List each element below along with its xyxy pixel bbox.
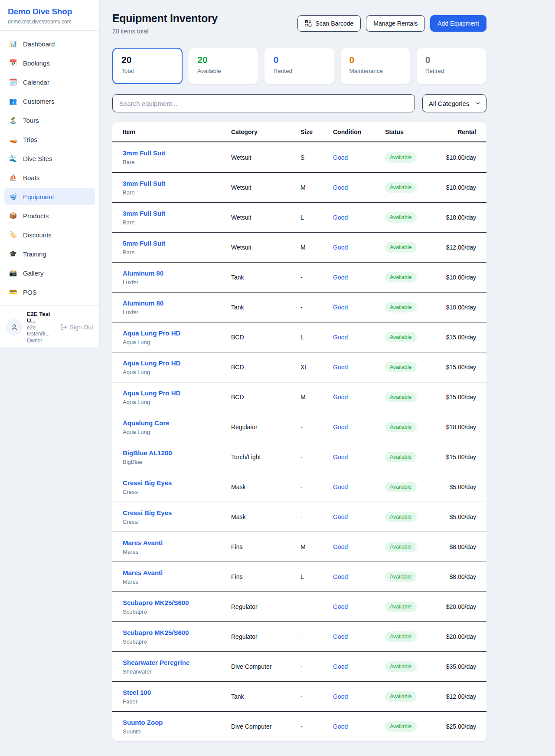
- search-input[interactable]: [112, 94, 415, 112]
- stat-value: 0: [425, 55, 477, 65]
- status-badge: Available: [385, 272, 417, 283]
- user-email: e2e-tester@...: [27, 325, 56, 337]
- item-name-link[interactable]: Cressi Big Eyes: [123, 509, 172, 516]
- table-row: Cressi Big Eyes Cressi Mask - Good Avail…: [112, 472, 486, 502]
- column-header-condition: Condition: [333, 128, 385, 135]
- item-name-link[interactable]: Cressi Big Eyes: [123, 479, 172, 486]
- manage-rentals-label: Manage Rentals: [373, 20, 418, 27]
- condition-link[interactable]: Good: [333, 304, 348, 311]
- item-category: Wetsuit: [231, 154, 300, 161]
- item-name-link[interactable]: Mares Avanti: [123, 569, 163, 576]
- item-name-link[interactable]: Aluminum 80: [123, 270, 163, 277]
- sidebar-item-pos[interactable]: 💳 POS: [4, 283, 95, 301]
- item-size: L: [300, 334, 333, 341]
- condition-link[interactable]: Good: [333, 543, 348, 550]
- stat-card-maintenance[interactable]: 0 Maintenance: [340, 48, 411, 84]
- item-name-link[interactable]: Scubapro MK25/S600: [123, 629, 189, 636]
- item-name-link[interactable]: Scubapro MK25/S600: [123, 599, 189, 606]
- sidebar-item-label: Training: [23, 250, 46, 258]
- item-name-link[interactable]: Steel 100: [123, 689, 151, 696]
- item-rental: $15.00/day: [439, 364, 476, 371]
- condition-link[interactable]: Good: [333, 244, 348, 251]
- status-badge: Available: [385, 212, 417, 223]
- sidebar-item-customers[interactable]: 👥 Customers: [4, 92, 95, 110]
- status-badge: Available: [385, 332, 417, 342]
- item-name-link[interactable]: Aqua Lung Pro HD: [123, 389, 180, 397]
- item-name-link[interactable]: 5mm Full Suit: [123, 240, 165, 247]
- item-size: -: [300, 633, 333, 640]
- item-name-link[interactable]: 3mm Full Suit: [123, 180, 165, 187]
- manage-rentals-button[interactable]: Manage Rentals: [366, 15, 425, 32]
- header-actions: Scan Barcode Manage Rentals Add Equipmen…: [297, 15, 486, 32]
- condition-link[interactable]: Good: [333, 723, 348, 730]
- condition-link[interactable]: Good: [333, 573, 348, 580]
- table-row: Scubapro MK25/S600 Scubapro Regulator - …: [112, 621, 486, 651]
- sidebar-item-tours[interactable]: 🏝️ Tours: [4, 112, 95, 129]
- stat-value: 0: [273, 55, 325, 65]
- stat-card-available[interactable]: 20 Available: [188, 48, 258, 84]
- sidebar-item-bookings[interactable]: 📅 Bookings: [4, 54, 95, 72]
- condition-link[interactable]: Good: [333, 424, 348, 431]
- item-category: Regulator: [231, 424, 300, 431]
- chevron-down-icon: [475, 101, 481, 106]
- table-row: 3mm Full Suit Bare Wetsuit S Good Availa…: [112, 142, 486, 172]
- sidebar-item-training[interactable]: 🎓 Training: [4, 245, 95, 263]
- item-name-link[interactable]: 3mm Full Suit: [123, 210, 165, 217]
- condition-link[interactable]: Good: [333, 184, 348, 191]
- condition-link[interactable]: Good: [333, 633, 348, 640]
- sign-out-button[interactable]: Sign Out: [60, 324, 93, 331]
- sidebar-item-label: POS: [23, 289, 37, 296]
- item-name-link[interactable]: Aluminum 80: [123, 299, 163, 307]
- status-badge: Available: [385, 422, 417, 432]
- condition-link[interactable]: Good: [333, 214, 348, 221]
- condition-link[interactable]: Good: [333, 274, 348, 281]
- condition-link[interactable]: Good: [333, 603, 348, 610]
- condition-link[interactable]: Good: [333, 693, 348, 700]
- item-category: Torch/Light: [231, 454, 300, 460]
- item-rental: $25.00/day: [439, 723, 476, 730]
- stat-card-rented[interactable]: 0 Rented: [264, 48, 334, 84]
- item-brand: Aqua Lung: [123, 429, 231, 435]
- stat-card-retired[interactable]: 0 Retired: [416, 48, 486, 84]
- add-equipment-button[interactable]: Add Equipment: [430, 15, 486, 32]
- sidebar-item-discounts[interactable]: 🏷️ Discounts: [4, 226, 95, 243]
- condition-link[interactable]: Good: [333, 154, 348, 161]
- item-rental: $10.00/day: [439, 184, 476, 191]
- condition-link[interactable]: Good: [333, 394, 348, 401]
- condition-link[interactable]: Good: [333, 513, 348, 520]
- item-brand: Bare: [123, 219, 231, 226]
- sidebar-item-dive-sites[interactable]: 🌊 Dive Sites: [4, 150, 95, 167]
- condition-link[interactable]: Good: [333, 334, 348, 341]
- status-badge: Available: [385, 542, 417, 552]
- stat-card-total[interactable]: 20 Total: [112, 48, 183, 84]
- item-name-link[interactable]: Shearwater Peregrine: [123, 659, 189, 666]
- item-name-link[interactable]: Aqua Lung Pro HD: [123, 329, 180, 337]
- sidebar-item-trips[interactable]: 🚤 Trips: [4, 131, 95, 148]
- sidebar-item-calendar[interactable]: 🗓️ Calendar: [4, 73, 95, 91]
- stats-row: 20 Total 20 Available 0 Rented 0 Mainten…: [112, 48, 486, 84]
- table-row: Aqua Lung Pro HD Aqua Lung BCD M Good Av…: [112, 382, 486, 412]
- item-name-link[interactable]: BigBlue AL1200: [123, 449, 172, 457]
- category-select[interactable]: All Categories: [422, 94, 486, 112]
- sidebar-item-products[interactable]: 📦 Products: [4, 207, 95, 224]
- item-brand: Suunto: [123, 728, 231, 735]
- scan-barcode-button[interactable]: Scan Barcode: [297, 15, 361, 32]
- sidebar-item-boats[interactable]: ⛵ Boats: [4, 169, 95, 186]
- sign-out-label: Sign Out: [70, 324, 93, 331]
- column-header-category: Category: [231, 128, 300, 135]
- item-name-link[interactable]: Mares Avanti: [123, 539, 163, 546]
- condition-link[interactable]: Good: [333, 483, 348, 490]
- sidebar-item-dashboard[interactable]: 📊 Dashboard: [4, 35, 95, 53]
- table-row: Aqua Lung Pro HD Aqua Lung BCD L Good Av…: [112, 322, 486, 352]
- condition-link[interactable]: Good: [333, 364, 348, 371]
- item-name-link[interactable]: Aqualung Core: [123, 419, 170, 427]
- sidebar-item-equipment[interactable]: 🤿 Equipment: [4, 188, 95, 205]
- item-name-link[interactable]: 3mm Full Suit: [123, 149, 165, 157]
- brand-subtitle: demo.test.divestreams.com: [8, 19, 91, 25]
- condition-link[interactable]: Good: [333, 454, 348, 460]
- condition-link[interactable]: Good: [333, 663, 348, 670]
- item-name-link[interactable]: Aqua Lung Pro HD: [123, 359, 180, 367]
- user-icon: [10, 323, 18, 331]
- sidebar-item-gallery[interactable]: 📸 Gallery: [4, 264, 95, 282]
- item-name-link[interactable]: Suunto Zoop: [123, 719, 163, 726]
